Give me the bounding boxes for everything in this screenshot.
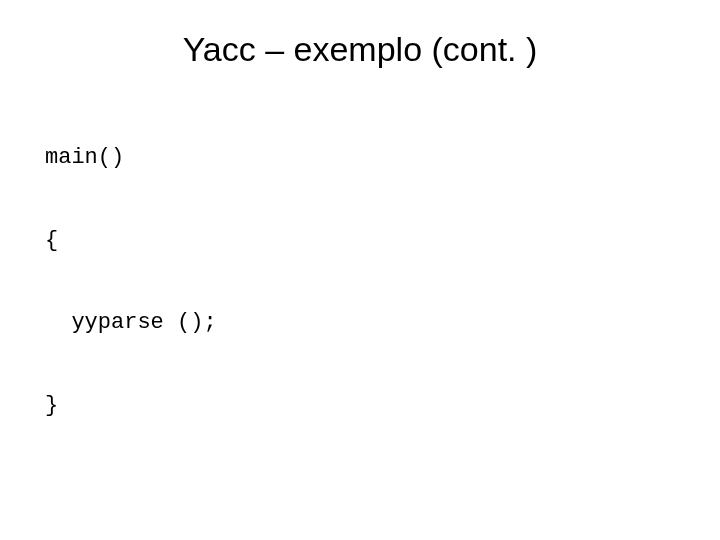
code-line: main() bbox=[45, 144, 720, 172]
spacer bbox=[45, 474, 720, 498]
slide-title: Yacc – exemplo (cont. ) bbox=[0, 0, 720, 89]
code-line: } bbox=[45, 392, 720, 420]
slide: Yacc – exemplo (cont. ) main() { yyparse… bbox=[0, 0, 720, 540]
code-section: main() { yyparse (); } yylex () { int c;… bbox=[0, 89, 720, 540]
code-line: { bbox=[45, 227, 720, 255]
code-line: yyparse (); bbox=[45, 309, 720, 337]
